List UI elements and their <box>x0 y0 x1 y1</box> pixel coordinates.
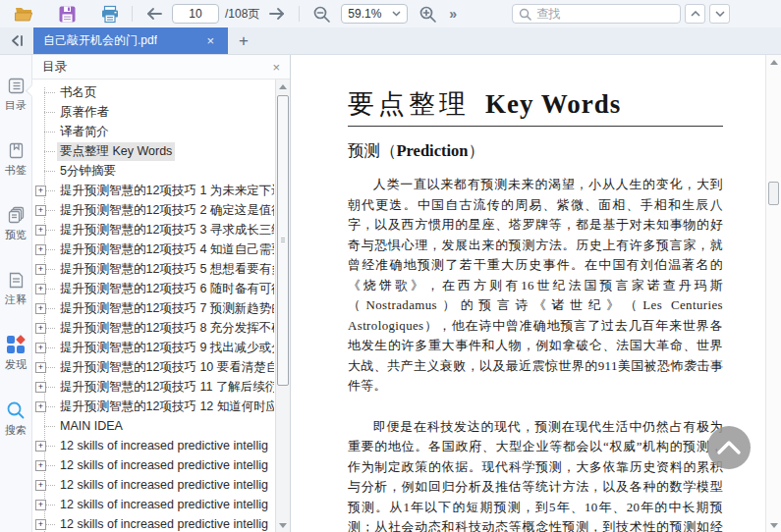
open-file-button[interactable] <box>12 3 35 25</box>
save-icon <box>58 5 77 24</box>
expand-icon[interactable]: + <box>35 186 46 196</box>
expand-icon[interactable]: + <box>35 519 46 530</box>
toc-item[interactable]: + 提升预测智慧的12项技巧 11 了解后续衍 <box>32 377 274 397</box>
zoom-level-value: 59.1% <box>348 7 381 21</box>
sidebar-item-discover[interactable]: 发现 <box>5 336 27 372</box>
toc-item-label: 书名页 <box>57 83 100 102</box>
search-panel-icon <box>6 400 26 420</box>
new-tab-button[interactable]: + <box>228 27 259 54</box>
scroll-down-button[interactable] <box>766 518 781 532</box>
toc-item[interactable]: + 提升预测智慧的12项技巧 1 为未来定下远 <box>32 181 274 200</box>
expand-icon[interactable]: + <box>35 362 46 373</box>
paragraph: 即便是在科技发达的现代，预测在现代生活中仍然占有极为重要的地位。各国政府、大型企… <box>348 417 723 532</box>
expand-icon[interactable]: + <box>35 441 46 452</box>
scroll-up-button[interactable] <box>276 80 290 93</box>
back-to-top-button[interactable] <box>707 426 751 469</box>
chevron-up-icon <box>716 440 742 455</box>
zoom-out-button[interactable] <box>309 3 333 25</box>
toc-item-label: 提升预测智慧的12项技巧 11 了解后续衍 <box>57 378 274 397</box>
print-button[interactable] <box>98 3 122 25</box>
show-tab-list-button[interactable] <box>0 27 33 54</box>
search-icon <box>519 8 531 21</box>
toc-panel: 目录 × + 书名页 + 原著作者 + 译者简介 + <box>32 55 291 532</box>
chevron-down-icon <box>392 11 401 17</box>
expand-icon[interactable]: + <box>35 225 46 236</box>
toc-item[interactable]: + 提升预测智慧的12项技巧 7 预测新趋势的 <box>32 298 274 318</box>
document-scrollbar-thumb[interactable] <box>768 182 779 205</box>
toc-item[interactable]: + 12 skills of increased predictive inte… <box>32 475 274 495</box>
toc-item-label: 提升预测智慧的12项技巧 4 知道自己需要 <box>57 240 274 259</box>
toc-item[interactable]: + 提升预测智慧的12项技巧 8 充分发挥不确 <box>32 318 274 338</box>
sidebar-item-bookmarks[interactable]: 书签 <box>5 141 27 178</box>
expand-icon[interactable]: + <box>35 460 46 471</box>
zoom-in-button[interactable] <box>416 3 439 25</box>
more-tools-button[interactable]: » <box>449 6 457 22</box>
expand-icon[interactable]: + <box>35 264 46 275</box>
sidebar-label-annotations: 注释 <box>5 293 27 307</box>
discover-icon <box>7 336 26 354</box>
magnifier-minus-icon <box>312 5 331 24</box>
tab-close-icon[interactable]: × <box>202 33 218 48</box>
toc-item[interactable]: + 提升预测智慧的12项技巧 3 寻求成长三级 <box>32 220 274 239</box>
toc-item[interactable]: + MAIN IDEA <box>32 416 274 436</box>
expand-icon[interactable]: + <box>35 323 46 334</box>
toc-item-label: 12 skills of increased predictive intell… <box>57 477 271 493</box>
toc-item-label: 12 skills of increased predictive intell… <box>57 516 271 532</box>
section-heading: 预测（Prediction） <box>348 140 723 162</box>
toc-item[interactable]: + 12 skills of increased predictive inte… <box>32 495 274 514</box>
sidebar-item-thumbnails[interactable]: 预览 <box>5 206 27 242</box>
toc-scrollbar-thumb[interactable] <box>277 95 289 386</box>
find-previous-button[interactable] <box>685 4 705 24</box>
sidebar-label-thumbnails: 预览 <box>5 228 27 242</box>
save-button[interactable] <box>55 3 79 25</box>
sidebar-item-annotations[interactable]: 注释 <box>5 271 27 307</box>
toc-item[interactable]: + 5分钟摘要 <box>32 161 274 181</box>
toc-item[interactable]: + 提升预测智慧的12项技巧 6 随时备有可行 <box>32 279 274 298</box>
toc-item[interactable]: + 提升预测智慧的12项技巧 5 想想看要有多 <box>32 259 274 279</box>
toc-item[interactable]: + 提升预测智慧的12项技巧 12 知道何时应 <box>32 397 274 416</box>
toc-item[interactable]: + 提升预测智慧的12项技巧 4 知道自己需要 <box>32 239 274 259</box>
document-scrollbar[interactable] <box>765 55 781 532</box>
next-page-button[interactable] <box>265 3 289 25</box>
toc-item-label: 要点整理 Key Words <box>57 142 175 161</box>
zoom-level-select[interactable]: 59.1% <box>341 4 408 24</box>
toc-item-label: 12 skills of increased predictive intell… <box>57 497 271 512</box>
toc-item[interactable]: + 提升预测智慧的12项技巧 2 确定这是值得 <box>32 200 274 220</box>
toolbar: /108页 59.1% » <box>0 0 781 27</box>
expand-icon[interactable]: + <box>35 480 46 491</box>
document-tab-title: 自己敲开机会的门.pdf <box>43 32 157 49</box>
page-number-input[interactable] <box>172 4 219 24</box>
expand-icon[interactable]: + <box>35 401 46 412</box>
toc-close-icon[interactable]: × <box>272 60 280 75</box>
expand-icon[interactable]: + <box>35 343 46 353</box>
expand-icon[interactable]: + <box>35 500 46 510</box>
expand-icon[interactable]: + <box>35 244 46 255</box>
page-title-en: Key Words <box>485 89 621 119</box>
toc-item-label: 5分钟摘要 <box>57 162 119 181</box>
toc-item-label: MAIN IDEA <box>57 418 126 434</box>
toc-item[interactable]: + 译者简介 <box>32 122 274 141</box>
expand-icon[interactable]: + <box>35 284 46 294</box>
document-tab[interactable]: 自己敲开机会的门.pdf × <box>33 27 228 54</box>
toc-item[interactable]: + 要点整理 Key Words <box>32 141 274 161</box>
toc-item[interactable]: + 12 skills of increased predictive inte… <box>32 436 274 455</box>
toc-item[interactable]: + 12 skills of increased predictive inte… <box>32 455 274 475</box>
search-box[interactable] <box>512 4 681 24</box>
toc-item[interactable]: + 提升预测智慧的12项技巧 9 找出减少或分 <box>32 338 274 357</box>
toc-item[interactable]: + 书名页 <box>32 82 274 102</box>
find-next-button[interactable] <box>709 4 730 24</box>
previous-page-button[interactable] <box>142 3 166 25</box>
toc-item[interactable]: + 原著作者 <box>32 102 274 122</box>
toc-scrollbar[interactable] <box>275 80 290 532</box>
sidebar-item-toc[interactable]: 目录 <box>5 77 27 113</box>
search-input[interactable] <box>536 7 674 21</box>
expand-icon[interactable]: + <box>35 382 46 393</box>
expand-icon[interactable]: + <box>35 205 46 216</box>
scroll-up-button[interactable] <box>766 55 781 69</box>
scroll-down-button[interactable] <box>276 518 290 532</box>
expand-icon[interactable]: + <box>35 303 46 314</box>
toc-item[interactable]: + 提升预测智慧的12项技巧 10 要看清楚自 <box>32 357 274 377</box>
toc-item[interactable]: + 12 skills of increased predictive inte… <box>32 514 274 532</box>
sidebar-item-search[interactable]: 搜索 <box>5 400 27 438</box>
page-total-label: /108页 <box>225 6 259 23</box>
